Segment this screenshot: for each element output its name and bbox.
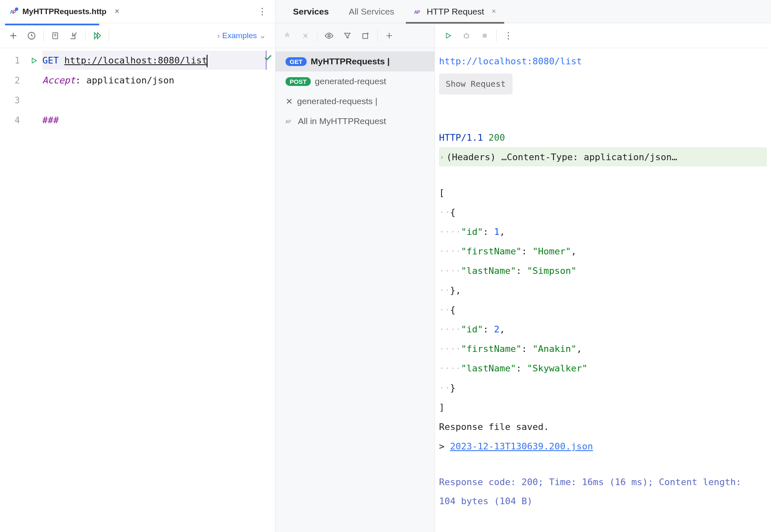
chevron-down-icon: ⌄ bbox=[259, 31, 266, 40]
json-line: ····"id": 2, bbox=[439, 320, 767, 339]
open-new-button[interactable] bbox=[356, 27, 375, 45]
json-line: ····"lastName": "Simpson" bbox=[439, 261, 767, 281]
editor-toolbar: › Examples ⌄ bbox=[0, 23, 275, 48]
separator bbox=[43, 30, 44, 41]
x-icon bbox=[285, 98, 293, 105]
json-line: ··{ bbox=[439, 203, 767, 222]
tree-row-label: generated-request bbox=[315, 76, 386, 86]
run-button[interactable] bbox=[439, 27, 457, 45]
tree-row-label: MyHTTPRequests | bbox=[311, 56, 390, 66]
svg-rect-8 bbox=[363, 34, 368, 39]
line-gutter: 1 2 3 4 bbox=[0, 48, 26, 532]
json-line: [ bbox=[439, 183, 767, 203]
separator bbox=[317, 30, 317, 41]
json-line: ··{ bbox=[439, 300, 767, 320]
services-tabbar: Services All Services AP HTTP Request × bbox=[276, 0, 771, 23]
tab-http-request[interactable]: AP HTTP Request × bbox=[404, 0, 506, 23]
svg-point-10 bbox=[464, 34, 468, 38]
import-button[interactable] bbox=[64, 27, 83, 45]
svg-text:AP: AP bbox=[285, 120, 291, 124]
json-line: ] bbox=[439, 398, 767, 417]
json-line: ····"id": 1, bbox=[439, 222, 767, 242]
debug-button[interactable] bbox=[457, 27, 476, 45]
services-pane: Services All Services AP HTTP Request × bbox=[276, 0, 771, 532]
editor-tab-title: MyHTTPRequests.http bbox=[22, 7, 107, 16]
chevron-right-icon: › bbox=[440, 147, 444, 167]
show-request-button[interactable]: Show Request bbox=[439, 73, 512, 95]
svg-point-7 bbox=[328, 34, 330, 37]
tree-row-label: generated-requests | bbox=[297, 96, 377, 106]
close-tree-button[interactable] bbox=[296, 27, 315, 45]
header-name: Accept bbox=[42, 75, 75, 85]
separator bbox=[85, 30, 85, 41]
editor-tab-file[interactable]: AP MyHTTPRequests.http × bbox=[5, 4, 124, 20]
json-line: ··}, bbox=[439, 281, 767, 300]
code-area[interactable]: GET http://localhost:8080/list Accept: a… bbox=[42, 48, 275, 532]
api-icon: AP bbox=[285, 118, 294, 124]
tab-all-services[interactable]: All Services bbox=[339, 0, 404, 23]
tree-row-label: All in MyHTTPRequest bbox=[298, 116, 386, 126]
response-file-row: > 2023-12-13T130639.200.json bbox=[439, 437, 767, 456]
svg-point-2 bbox=[15, 7, 18, 11]
tree-row-post[interactable]: POST generated-request bbox=[276, 71, 434, 91]
headers-preview: …Content-Type: application/json… bbox=[501, 147, 677, 167]
editor-pane: AP MyHTTPRequests.http × ⋮ bbox=[0, 0, 276, 532]
run-gutter bbox=[26, 48, 42, 532]
headers-label: (Headers) bbox=[446, 147, 496, 167]
active-tab-indicator bbox=[5, 24, 99, 25]
convert-button[interactable] bbox=[46, 27, 64, 45]
http-method: GET bbox=[42, 55, 59, 66]
close-icon[interactable]: × bbox=[115, 7, 120, 16]
services-tree: GET MyHTTPRequests | POST generated-requ… bbox=[276, 23, 435, 532]
response-body[interactable]: http://localhost:8080/list Show Request … bbox=[435, 48, 771, 532]
filter-button[interactable] bbox=[338, 27, 356, 45]
tab-services[interactable]: Services bbox=[283, 0, 339, 23]
request-separator: ### bbox=[42, 115, 59, 125]
run-line-button[interactable] bbox=[26, 51, 42, 71]
tree-row-get[interactable]: GET MyHTTPRequests | bbox=[276, 51, 434, 71]
json-line: ····"firstName": "Homer", bbox=[439, 242, 767, 261]
editor-body[interactable]: 1 2 3 4 GET http://localhost:8080/list A… bbox=[0, 48, 275, 532]
line-number: 2 bbox=[0, 71, 26, 90]
tree-row-failed[interactable]: generated-requests | bbox=[276, 91, 434, 111]
text-cursor bbox=[207, 55, 207, 67]
examples-dropdown[interactable]: › Examples ⌄ bbox=[212, 28, 271, 43]
response-saved-msg: Response file saved. bbox=[439, 417, 767, 437]
response-url: http://localhost:8080/list bbox=[439, 51, 767, 71]
get-badge: GET bbox=[285, 57, 307, 66]
json-line: ····"lastName": "Skywalker" bbox=[439, 359, 767, 378]
stop-button[interactable] bbox=[476, 27, 494, 45]
separator bbox=[109, 30, 109, 41]
more-button[interactable]: ⋮ bbox=[499, 27, 517, 45]
response-stats: Response code: 200; Time: 16ms (16 ms); … bbox=[439, 473, 767, 511]
close-icon[interactable]: × bbox=[492, 7, 496, 16]
response-file-link[interactable]: 2023-12-13T130639.200.json bbox=[450, 441, 593, 451]
expand-up-button[interactable] bbox=[278, 27, 296, 45]
response-panel: ⋮ http://localhost:8080/list Show Reques… bbox=[435, 23, 771, 532]
json-line: ··} bbox=[439, 378, 767, 398]
editor-tab-more-button[interactable]: ⋮ bbox=[249, 6, 275, 17]
api-icon: AP bbox=[414, 8, 422, 15]
svg-rect-11 bbox=[483, 34, 486, 37]
add-request-button[interactable] bbox=[4, 27, 22, 45]
json-line: ····"firstName": "Anakin", bbox=[439, 339, 767, 359]
run-all-button[interactable] bbox=[88, 27, 106, 45]
tree-row-all[interactable]: AP All in MyHTTPRequest bbox=[276, 111, 434, 131]
post-badge: POST bbox=[285, 77, 311, 86]
services-toolbar bbox=[276, 23, 434, 48]
header-value: application/json bbox=[86, 75, 174, 85]
editor-tabbar: AP MyHTTPRequests.http × ⋮ bbox=[0, 0, 275, 23]
view-button[interactable] bbox=[320, 27, 338, 45]
line-number: 1 bbox=[0, 51, 26, 71]
chevron-right-icon: › bbox=[217, 31, 220, 40]
separator bbox=[377, 30, 378, 41]
add-service-button[interactable] bbox=[380, 27, 398, 45]
api-file-icon: AP bbox=[10, 7, 18, 16]
separator bbox=[496, 30, 497, 41]
line-number: 3 bbox=[0, 90, 26, 110]
response-status: HTTP/1.1 200 bbox=[439, 128, 767, 147]
services-tree-body: GET MyHTTPRequests | POST generated-requ… bbox=[276, 48, 434, 131]
history-button[interactable] bbox=[22, 27, 41, 45]
line-number: 4 bbox=[0, 110, 26, 130]
response-headers-row[interactable]: › (Headers) …Content-Type: application/j… bbox=[439, 147, 767, 166]
